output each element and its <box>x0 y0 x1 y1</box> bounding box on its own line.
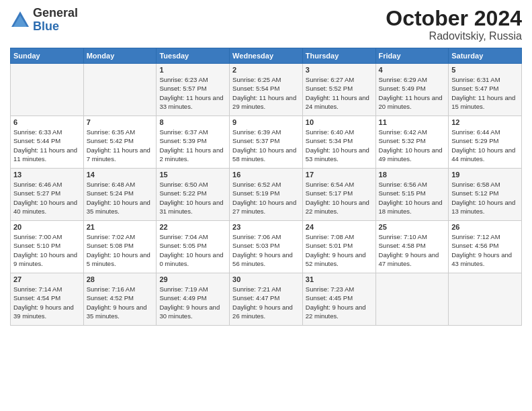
header-row: Sunday Monday Tuesday Wednesday Thursday… <box>11 48 522 64</box>
day-number: 17 <box>306 171 373 179</box>
day-number: 27 <box>13 275 81 283</box>
cell-content: Sunrise: 6:42 AMSunset: 5:32 PMDaylight:… <box>379 128 446 163</box>
cell-content: Sunrise: 6:23 AMSunset: 5:57 PMDaylight:… <box>159 75 226 111</box>
calendar-cell: 1Sunrise: 6:23 AMSunset: 5:57 PMDaylight… <box>157 64 230 116</box>
calendar-cell: 15Sunrise: 6:50 AMSunset: 5:22 PMDayligh… <box>157 169 230 221</box>
cell-content: Sunrise: 6:25 AMSunset: 5:54 PMDaylight:… <box>232 75 300 111</box>
cell-content: Sunrise: 7:04 AMSunset: 5:05 PMDaylight:… <box>159 232 226 268</box>
cell-content: Sunrise: 6:33 AMSunset: 5:44 PMDaylight:… <box>13 128 81 163</box>
calendar-week-0: 1Sunrise: 6:23 AMSunset: 5:57 PMDaylight… <box>11 64 522 116</box>
calendar-cell <box>375 273 449 326</box>
day-number: 18 <box>379 171 446 179</box>
day-number: 21 <box>87 223 154 231</box>
calendar-cell: 28Sunrise: 7:16 AMSunset: 4:52 PMDayligh… <box>83 273 157 326</box>
day-number: 19 <box>451 171 519 179</box>
day-number: 7 <box>87 118 154 126</box>
calendar-cell: 5Sunrise: 6:31 AMSunset: 5:47 PMDaylight… <box>449 64 522 116</box>
cell-content: Sunrise: 6:46 AMSunset: 5:27 PMDaylight:… <box>13 180 81 216</box>
day-number: 28 <box>87 275 154 283</box>
day-number: 13 <box>13 171 81 179</box>
header-wednesday: Wednesday <box>230 48 303 64</box>
cell-content: Sunrise: 6:31 AMSunset: 5:47 PMDaylight:… <box>451 75 519 111</box>
calendar-cell: 8Sunrise: 6:37 AMSunset: 5:39 PMDaylight… <box>157 116 230 169</box>
calendar-cell <box>449 273 522 326</box>
day-number: 4 <box>379 66 446 74</box>
location: Radovitskiy, Russia <box>386 30 522 42</box>
calendar-body: 1Sunrise: 6:23 AMSunset: 5:57 PMDaylight… <box>11 64 522 326</box>
calendar-cell: 3Sunrise: 6:27 AMSunset: 5:52 PMDaylight… <box>302 64 375 116</box>
cell-content: Sunrise: 6:56 AMSunset: 5:15 PMDaylight:… <box>379 180 446 216</box>
title-section: October 2024 Radovitskiy, Russia <box>386 7 522 42</box>
day-number: 5 <box>451 66 519 74</box>
calendar-cell: 4Sunrise: 6:29 AMSunset: 5:49 PMDaylight… <box>375 64 449 116</box>
header-monday: Monday <box>83 48 157 64</box>
cell-content: Sunrise: 7:19 AMSunset: 4:49 PMDaylight:… <box>159 285 226 320</box>
day-number: 14 <box>87 171 154 179</box>
day-number: 10 <box>306 118 373 126</box>
calendar-cell: 30Sunrise: 7:21 AMSunset: 4:47 PMDayligh… <box>230 273 303 326</box>
cell-content: Sunrise: 6:50 AMSunset: 5:22 PMDaylight:… <box>159 180 226 216</box>
calendar-cell: 29Sunrise: 7:19 AMSunset: 4:49 PMDayligh… <box>157 273 230 326</box>
logo: General Blue <box>10 7 78 34</box>
day-number: 31 <box>306 275 373 283</box>
cell-content: Sunrise: 6:40 AMSunset: 5:34 PMDaylight:… <box>306 128 373 163</box>
cell-content: Sunrise: 7:21 AMSunset: 4:47 PMDaylight:… <box>232 285 300 320</box>
cell-content: Sunrise: 7:00 AMSunset: 5:10 PMDaylight:… <box>13 232 81 268</box>
calendar-cell: 23Sunrise: 7:06 AMSunset: 5:03 PMDayligh… <box>230 221 303 273</box>
logo-blue: Blue <box>33 20 78 34</box>
calendar-cell: 9Sunrise: 6:39 AMSunset: 5:37 PMDaylight… <box>230 116 303 169</box>
logo-general: General <box>33 7 78 20</box>
calendar-cell <box>83 64 157 116</box>
day-number: 12 <box>451 118 519 126</box>
calendar-cell: 21Sunrise: 7:02 AMSunset: 5:08 PMDayligh… <box>83 221 157 273</box>
cell-content: Sunrise: 7:23 AMSunset: 4:45 PMDaylight:… <box>306 285 373 320</box>
calendar-cell: 6Sunrise: 6:33 AMSunset: 5:44 PMDaylight… <box>11 116 84 169</box>
calendar-cell <box>11 64 84 116</box>
day-number: 9 <box>232 118 300 126</box>
cell-content: Sunrise: 6:39 AMSunset: 5:37 PMDaylight:… <box>232 128 300 163</box>
cell-content: Sunrise: 7:12 AMSunset: 4:56 PMDaylight:… <box>451 232 519 268</box>
calendar-table: Sunday Monday Tuesday Wednesday Thursday… <box>10 48 522 326</box>
day-number: 6 <box>13 118 81 126</box>
calendar-cell: 20Sunrise: 7:00 AMSunset: 5:10 PMDayligh… <box>11 221 84 273</box>
header: General Blue October 2024 Radovitskiy, R… <box>10 7 522 42</box>
calendar-cell: 13Sunrise: 6:46 AMSunset: 5:27 PMDayligh… <box>11 169 84 221</box>
cell-content: Sunrise: 7:16 AMSunset: 4:52 PMDaylight:… <box>87 285 154 320</box>
calendar-cell: 2Sunrise: 6:25 AMSunset: 5:54 PMDaylight… <box>230 64 303 116</box>
day-number: 29 <box>159 275 226 283</box>
day-number: 22 <box>159 223 226 231</box>
month-title: October 2024 <box>386 7 522 30</box>
day-number: 20 <box>13 223 81 231</box>
calendar-cell: 18Sunrise: 6:56 AMSunset: 5:15 PMDayligh… <box>375 169 449 221</box>
logo-icon <box>10 10 30 30</box>
calendar-cell: 7Sunrise: 6:35 AMSunset: 5:42 PMDaylight… <box>83 116 157 169</box>
calendar-week-1: 6Sunrise: 6:33 AMSunset: 5:44 PMDaylight… <box>11 116 522 169</box>
day-number: 3 <box>306 66 373 74</box>
calendar-cell: 12Sunrise: 6:44 AMSunset: 5:29 PMDayligh… <box>449 116 522 169</box>
calendar-cell: 24Sunrise: 7:08 AMSunset: 5:01 PMDayligh… <box>302 221 375 273</box>
logo-text: General Blue <box>33 7 78 34</box>
day-number: 24 <box>306 223 373 231</box>
calendar-cell: 31Sunrise: 7:23 AMSunset: 4:45 PMDayligh… <box>302 273 375 326</box>
cell-content: Sunrise: 6:29 AMSunset: 5:49 PMDaylight:… <box>379 75 446 111</box>
cell-content: Sunrise: 7:10 AMSunset: 4:58 PMDaylight:… <box>379 232 446 268</box>
header-saturday: Saturday <box>449 48 522 64</box>
header-friday: Friday <box>375 48 449 64</box>
cell-content: Sunrise: 6:58 AMSunset: 5:12 PMDaylight:… <box>451 180 519 216</box>
calendar-cell: 17Sunrise: 6:54 AMSunset: 5:17 PMDayligh… <box>302 169 375 221</box>
cell-content: Sunrise: 7:14 AMSunset: 4:54 PMDaylight:… <box>13 285 81 320</box>
header-sunday: Sunday <box>11 48 84 64</box>
day-number: 25 <box>379 223 446 231</box>
day-number: 2 <box>232 66 300 74</box>
cell-content: Sunrise: 7:02 AMSunset: 5:08 PMDaylight:… <box>87 232 154 268</box>
day-number: 16 <box>232 171 300 179</box>
calendar-cell: 22Sunrise: 7:04 AMSunset: 5:05 PMDayligh… <box>157 221 230 273</box>
calendar-cell: 10Sunrise: 6:40 AMSunset: 5:34 PMDayligh… <box>302 116 375 169</box>
calendar-week-3: 20Sunrise: 7:00 AMSunset: 5:10 PMDayligh… <box>11 221 522 273</box>
header-thursday: Thursday <box>302 48 375 64</box>
calendar-week-2: 13Sunrise: 6:46 AMSunset: 5:27 PMDayligh… <box>11 169 522 221</box>
calendar-cell: 19Sunrise: 6:58 AMSunset: 5:12 PMDayligh… <box>449 169 522 221</box>
calendar-cell: 11Sunrise: 6:42 AMSunset: 5:32 PMDayligh… <box>375 116 449 169</box>
calendar-cell: 16Sunrise: 6:52 AMSunset: 5:19 PMDayligh… <box>230 169 303 221</box>
header-tuesday: Tuesday <box>157 48 230 64</box>
